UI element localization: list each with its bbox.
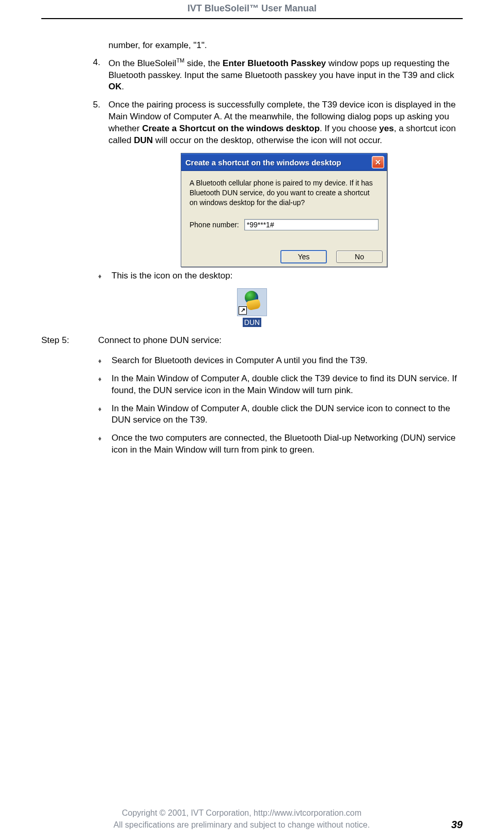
dun-shortcut-icon: ↗ DUN	[237, 288, 267, 328]
dialog-screenshot: Create a shortcut on the windows desktop…	[181, 153, 463, 267]
list-item: ♦ Once the two computers are connected, …	[98, 432, 463, 456]
footer-text: Copyright © 2001, IVT Corporation, http:…	[41, 807, 442, 831]
bullet-text: Once the two computers are connected, th…	[112, 432, 463, 456]
step-label: Step 5:	[41, 335, 93, 347]
dialog-titlebar: Create a shortcut on the windows desktop…	[181, 153, 387, 171]
bullet-text: In the Main Window of Computer A, double…	[112, 403, 463, 427]
text: will occur on the desktop, otherwise the…	[153, 135, 382, 145]
page-header: IVT BlueSoleil™ User Manual	[41, 0, 463, 19]
diamond-bullet-icon: ♦	[98, 403, 112, 427]
yes-button[interactable]: Yes	[280, 250, 327, 263]
step-title: Connect to phone DUN service:	[93, 335, 463, 347]
dialog-body: A Bluetooth cellular phone is paired to …	[181, 171, 387, 247]
phone-number-input[interactable]	[244, 219, 379, 230]
list-item: ♦ Search for Bluetooth devices in Comput…	[98, 355, 463, 367]
dialog-buttons: Yes No	[181, 247, 387, 267]
step-body: On the BlueSoleilTM side, the Enter Blue…	[108, 57, 463, 93]
bold-text: Create a Shortcut on the windows desktop	[142, 123, 320, 133]
desktop-icon-figure: ↗ DUN	[41, 288, 463, 328]
icon-note-text: This is the icon on the desktop:	[112, 270, 463, 282]
step-body: Once the pairing process is successfully…	[108, 99, 463, 147]
diamond-bullet-icon: ♦	[98, 270, 112, 282]
dialog-title: Create a shortcut on the windows desktop	[185, 158, 341, 167]
text: side, the	[184, 58, 223, 68]
bold-text: OK	[108, 82, 122, 91]
step5-bullets: ♦ Search for Bluetooth devices in Comput…	[98, 355, 463, 457]
bold-text: DUN	[134, 135, 153, 145]
phone-number-row: Phone number:	[190, 219, 379, 230]
step-number: 4.	[93, 57, 108, 93]
trademark: TM	[176, 57, 184, 64]
close-icon[interactable]: ✕	[372, 156, 384, 168]
shortcut-arrow-icon: ↗	[239, 306, 247, 315]
list-item: ♦ In the Main Window of Computer A, doub…	[98, 403, 463, 427]
step-number: 5.	[93, 99, 108, 147]
dun-icon-label: DUN	[243, 318, 261, 327]
page-number: 39	[442, 819, 463, 831]
bullet-text: In the Main Window of Computer A, double…	[112, 373, 463, 397]
disclaimer-line: All specifications are preliminary and s…	[114, 820, 370, 829]
list-item: ♦ This is the icon on the desktop:	[98, 270, 463, 282]
diamond-bullet-icon: ♦	[98, 355, 112, 367]
text: . If you choose	[320, 123, 379, 133]
diamond-bullet-icon: ♦	[98, 373, 112, 397]
numbered-steps: 4. On the BlueSoleilTM side, the Enter B…	[93, 57, 463, 147]
list-item: ♦ In the Main Window of Computer A, doub…	[98, 373, 463, 397]
step-5-heading: Step 5: Connect to phone DUN service:	[41, 335, 463, 347]
text: On the BlueSoleil	[108, 58, 176, 68]
dialog-message: A Bluetooth cellular phone is paired to …	[190, 178, 379, 208]
copyright-line: Copyright © 2001, IVT Corporation, http:…	[122, 808, 361, 817]
page-footer: Copyright © 2001, IVT Corporation, http:…	[0, 807, 504, 831]
fragment-previous-page: number, for example, "1".	[108, 40, 463, 52]
no-button[interactable]: No	[336, 251, 383, 263]
dun-icon-image: ↗	[237, 288, 267, 316]
bold-text: yes	[379, 123, 393, 133]
step-4: 4. On the BlueSoleilTM side, the Enter B…	[93, 57, 463, 93]
diamond-bullet-icon: ♦	[98, 432, 112, 456]
page-content: number, for example, "1". 4. On the Blue…	[0, 19, 504, 456]
icon-note-list: ♦ This is the icon on the desktop:	[98, 270, 463, 282]
text: .	[122, 82, 124, 91]
bold-text: Enter Bluetooth Passkey	[223, 58, 326, 68]
phone-number-label: Phone number:	[190, 221, 239, 229]
create-shortcut-dialog: Create a shortcut on the windows desktop…	[181, 153, 387, 267]
bullet-text: Search for Bluetooth devices in Computer…	[112, 355, 463, 367]
step-5: 5. Once the pairing process is successfu…	[93, 99, 463, 147]
